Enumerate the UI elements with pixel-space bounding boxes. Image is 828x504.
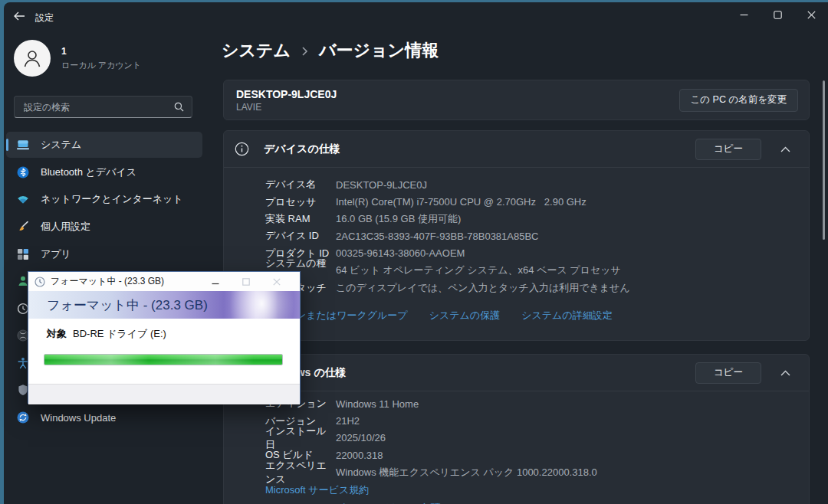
windows-spec-collapse-button[interactable]: [774, 362, 797, 384]
selection-accent: [6, 139, 8, 151]
back-arrow-icon: [13, 11, 25, 21]
link[interactable]: Microsoft サービス規約: [265, 483, 441, 497]
sidebar-item-label: 個人用設定: [41, 220, 90, 234]
chevron-up-icon: [780, 146, 790, 152]
spec-value: 2AC13C35-8393-407F-93BB-78B0381A85BC: [336, 231, 539, 242]
spec-row: システムの種類64 ビット オペレーティング システム、x64 ベース プロセッ…: [265, 262, 797, 279]
format-dialog-title: フォーマット中 - (23.3 GB): [51, 275, 164, 288]
sidebar-item-windows-update[interactable]: Windows Update: [6, 404, 202, 430]
settings-search: [14, 96, 192, 118]
app-title: 設定: [35, 11, 54, 25]
personalization-icon: [17, 221, 29, 233]
sidebar-item-label: システム: [41, 138, 81, 152]
breadcrumb: システム バージョン情報: [222, 39, 439, 62]
spec-value: 64 ビット オペレーティング システム、x64 ベース プロセッサ: [336, 263, 621, 277]
spec-value: Windows 11 Home: [336, 398, 419, 410]
info-icon: [235, 142, 249, 156]
format-progress-fill: [44, 355, 282, 365]
link[interactable]: システムの保護: [429, 309, 501, 322]
window-controls: [727, 2, 828, 28]
system-icon: [17, 139, 29, 151]
device-name-card: DESKTOP-9LJCE0J LAVIE この PC の名前を変更: [223, 80, 810, 120]
format-target-value: BD-RE ドライブ (E:): [73, 328, 166, 339]
spec-label: デバイス名: [265, 178, 336, 191]
sidebar-item-label: Windows Update: [41, 412, 116, 424]
chevron-right-icon: [301, 46, 308, 57]
format-dialog: フォーマット中 - (23.3 GB) フォーマット中 - (23.3 GB) …: [28, 271, 301, 404]
minimize-icon: [212, 278, 219, 286]
spec-row: ペンとタッチこのディスプレイでは、ペン入力とタッチ入力は利用できません: [265, 279, 797, 296]
apps-icon: [17, 248, 29, 260]
breadcrumb-system[interactable]: システム: [222, 39, 291, 62]
close-button[interactable]: [794, 2, 828, 28]
spec-label: プロセッサ: [265, 195, 336, 209]
close-icon: [273, 278, 281, 286]
search-icon[interactable]: [174, 102, 192, 112]
sidebar-item-bluetooth[interactable]: Bluetooth とデバイス: [6, 159, 202, 185]
minimize-button[interactable]: [727, 2, 761, 28]
dialog-maximize-button[interactable]: [231, 273, 261, 290]
user-icon: [21, 47, 44, 70]
spec-row: デバイス名DESKTOP-9LJCE0J: [265, 176, 797, 193]
back-button[interactable]: [9, 8, 29, 25]
maximize-button[interactable]: [761, 2, 794, 28]
rename-pc-button[interactable]: この PC の名前を変更: [679, 89, 798, 112]
spec-row: プロダクト ID00325-96143-38060-AAOEM: [265, 245, 797, 262]
minimize-icon: [740, 11, 748, 19]
sidebar-item-network[interactable]: ネットワークとインターネット: [6, 186, 202, 212]
network-icon: [17, 193, 29, 205]
sidebar-item-personalization[interactable]: 個人用設定: [6, 214, 202, 240]
spec-value: 21H2: [336, 415, 360, 427]
spec-row: デバイス ID2AC13C35-8393-407F-93BB-78B0381A8…: [265, 227, 797, 244]
device-spec-rows: デバイス名DESKTOP-9LJCE0JプロセッサIntel(R) Core(T…: [265, 176, 797, 296]
dialog-close-button[interactable]: [261, 273, 292, 290]
device-spec-header[interactable]: デバイスの仕様 コピー: [224, 131, 809, 168]
device-name: DESKTOP-9LJCE0J: [236, 88, 337, 100]
user-account-type: ローカル アカウント: [61, 60, 141, 71]
spec-label: エクスペリエンス: [265, 459, 336, 486]
spec-row: エクスペリエンスWindows 機能エクスペリエンス パック 1000.2200…: [265, 464, 797, 481]
spec-value: Windows 機能エクスペリエンス パック 1000.22000.318.0: [336, 466, 597, 479]
spec-value: DESKTOP-9LJCE0J: [336, 179, 427, 191]
clock-icon: [34, 277, 45, 287]
chevron-up-icon: [780, 370, 790, 376]
spec-value: このディスプレイでは、ペン入力とタッチ入力は利用できません: [336, 281, 630, 295]
sidebar-item-label: ネットワークとインターネット: [41, 192, 183, 206]
device-spec-collapse-button[interactable]: [774, 139, 797, 160]
sidebar-item-label: Bluetooth とデバイス: [41, 165, 136, 179]
device-spec-title: デバイスの仕様: [264, 142, 340, 156]
search-input[interactable]: [15, 102, 174, 113]
scrollbar-thumb[interactable]: [823, 80, 825, 240]
device-spec-copy-button[interactable]: コピー: [695, 139, 761, 160]
format-target-label: 対象: [47, 328, 67, 339]
sidebar-item-apps[interactable]: アプリ: [6, 241, 202, 267]
device-model: LAVIE: [236, 102, 337, 113]
spec-value: 2025/10/26: [336, 432, 386, 443]
format-dialog-titlebar[interactable]: フォーマット中 - (23.3 GB): [28, 272, 300, 291]
spec-row: プロセッサIntel(R) Core(TM) i7-7500U CPU @ 2.…: [265, 193, 797, 210]
bluetooth-icon: [17, 166, 29, 178]
dialog-minimize-button[interactable]: [200, 273, 231, 290]
device-spec-links: ドメインまたはワークグループシステムの保護システムの詳細設定: [265, 309, 613, 322]
windows-spec-section: Windows の仕様 コピー エディションWindows 11 Homeバージ…: [223, 354, 810, 504]
device-spec-section: デバイスの仕様 コピー デバイス名DESKTOP-9LJCE0JプロセッサInt…: [223, 130, 810, 341]
spec-label: 実装 RAM: [265, 212, 336, 226]
link[interactable]: Microsoft ソフトウェアライセンス条項: [265, 501, 441, 504]
windows-spec-header[interactable]: Windows の仕様 コピー: [224, 355, 809, 391]
windows-spec-links: Microsoft サービス規約Microsoft ソフトウェアライセンス条項: [265, 483, 441, 504]
format-progress-bar: [44, 354, 283, 365]
spec-label: デバイス ID: [265, 229, 336, 243]
spec-row: エディションWindows 11 Home: [265, 395, 797, 412]
windows-update-icon: [17, 411, 29, 424]
avatar[interactable]: [14, 40, 51, 77]
sidebar-item-system[interactable]: システム: [6, 132, 202, 158]
spec-value: 22000.318: [336, 450, 383, 461]
user-name: 1: [61, 46, 67, 57]
format-target: 対象BD-RE ドライブ (E:): [47, 327, 166, 341]
format-dialog-banner: フォーマット中 - (23.3 GB): [28, 291, 300, 319]
format-dialog-heading: フォーマット中 - (23.3 GB): [47, 296, 208, 314]
windows-spec-copy-button[interactable]: コピー: [695, 362, 761, 384]
spec-row: OS ビルド22000.318: [265, 447, 797, 463]
breadcrumb-about: バージョン情報: [319, 39, 439, 62]
link[interactable]: システムの詳細設定: [521, 309, 613, 322]
